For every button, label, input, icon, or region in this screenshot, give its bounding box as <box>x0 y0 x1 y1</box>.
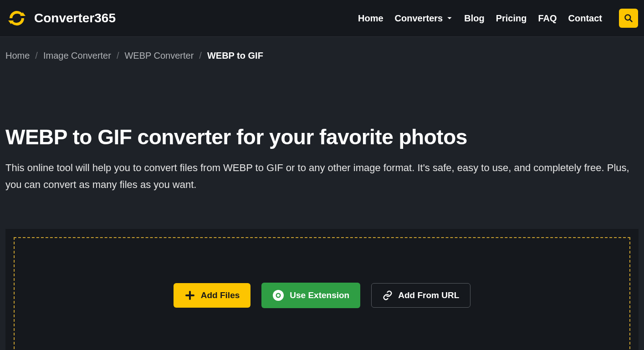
page-subtitle: This online tool will help you to conver… <box>5 159 639 193</box>
svg-point-8 <box>277 294 280 297</box>
plus-icon <box>184 290 195 301</box>
nav-faq[interactable]: FAQ <box>538 13 557 24</box>
brand-name: Converter365 <box>34 11 116 25</box>
chevron-down-icon <box>446 15 453 21</box>
logo-icon <box>6 7 28 29</box>
add-from-url-button[interactable]: Add From URL <box>371 283 470 308</box>
svg-line-3 <box>630 20 632 22</box>
nav-converters-label: Converters <box>395 13 443 24</box>
main-nav: Home Converters Blog Pricing FAQ Contact <box>358 9 638 28</box>
search-icon <box>624 14 633 23</box>
use-extension-button[interactable]: Use Extension <box>261 283 360 308</box>
header: Converter365 Home Converters Blog Pricin… <box>0 0 644 37</box>
main-content: Home / Image Converter / WEBP Converter … <box>0 37 644 350</box>
search-button[interactable] <box>619 9 638 28</box>
add-from-url-label: Add From URL <box>398 290 459 300</box>
nav-home[interactable]: Home <box>358 13 383 24</box>
breadcrumb-separator: / <box>35 51 38 61</box>
nav-converters[interactable]: Converters <box>395 13 453 24</box>
chrome-icon <box>272 289 284 301</box>
add-files-label: Add Files <box>201 290 240 300</box>
breadcrumb-current: WEBP to GIF <box>207 51 263 61</box>
nav-pricing[interactable]: Pricing <box>496 13 527 24</box>
use-extension-label: Use Extension <box>290 290 349 300</box>
upload-panel: Add Files Use Extension <box>5 229 639 350</box>
breadcrumb-home[interactable]: Home <box>5 51 30 61</box>
breadcrumb-image-converter[interactable]: Image Converter <box>43 51 111 61</box>
logo-area[interactable]: Converter365 <box>6 7 116 29</box>
nav-blog[interactable]: Blog <box>464 13 484 24</box>
link-icon <box>383 290 393 300</box>
breadcrumb-separator: / <box>199 51 202 61</box>
breadcrumb: Home / Image Converter / WEBP Converter … <box>5 37 639 75</box>
add-files-button[interactable]: Add Files <box>174 283 251 308</box>
breadcrumb-webp-converter[interactable]: WEBP Converter <box>124 51 194 61</box>
page-title: WEBP to GIF converter for your favorite … <box>5 125 639 149</box>
breadcrumb-separator: / <box>117 51 119 61</box>
upload-dropzone[interactable]: Add Files Use Extension <box>14 237 630 350</box>
hero: WEBP to GIF converter for your favorite … <box>5 75 639 221</box>
nav-contact[interactable]: Contact <box>568 13 602 24</box>
